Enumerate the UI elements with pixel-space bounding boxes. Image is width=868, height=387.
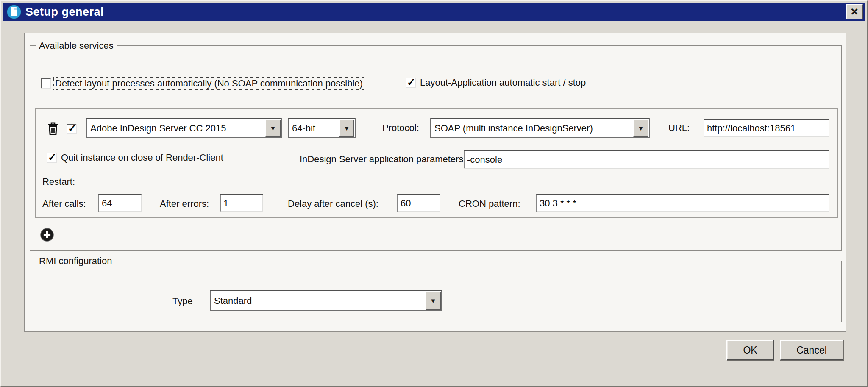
chevron-down-icon[interactable]: ▼ xyxy=(265,120,281,137)
url-label: URL: xyxy=(668,123,690,134)
chevron-down-icon[interactable]: ▼ xyxy=(339,120,354,137)
content-panel: Available services Detect layout process… xyxy=(24,33,846,332)
after-calls-label: After calls: xyxy=(42,198,86,209)
close-button[interactable]: ✕ xyxy=(846,4,863,19)
autostart-checkbox-row: ✓ Layout-Application automatic start / s… xyxy=(406,77,586,88)
rmi-type-label: Type xyxy=(172,296,193,307)
delete-service-trash-icon[interactable] xyxy=(47,121,59,136)
autostart-checkbox[interactable]: ✓ xyxy=(406,78,416,88)
restart-label: Restart: xyxy=(42,176,75,187)
protocol-label: Protocol: xyxy=(382,123,419,134)
detect-layout-checkbox-label[interactable]: Detect layout processes automatically (N… xyxy=(53,77,364,90)
app-parameters-input[interactable] xyxy=(464,150,829,169)
url-input[interactable] xyxy=(704,119,829,137)
rmi-configuration-group-label: RMI configuration xyxy=(36,256,115,267)
after-calls-input[interactable] xyxy=(98,194,142,212)
service-enabled-checkbox-row: ✓ xyxy=(67,124,77,134)
cancel-button[interactable]: Cancel xyxy=(780,340,843,360)
rmi-configuration-group: RMI configuration Type Standard ▼ xyxy=(30,261,842,322)
after-errors-input[interactable] xyxy=(220,194,263,212)
app-icon xyxy=(7,5,21,19)
autostart-checkbox-label[interactable]: Layout-Application automatic start / sto… xyxy=(420,77,586,88)
delay-after-cancel-input[interactable] xyxy=(397,194,440,212)
after-errors-label: After errors: xyxy=(160,198,209,209)
cron-pattern-label: CRON pattern: xyxy=(459,198,520,209)
detect-layout-checkbox-row: Detect layout processes automatically (N… xyxy=(41,77,364,90)
quit-instance-checkbox[interactable]: ✓ xyxy=(47,153,57,163)
bitness-select-value: 64-bit xyxy=(289,123,339,134)
chevron-down-icon[interactable]: ▼ xyxy=(633,120,648,137)
available-services-group-label: Available services xyxy=(36,40,117,51)
add-service-plus-icon[interactable] xyxy=(39,227,55,242)
chevron-down-icon[interactable]: ▼ xyxy=(426,292,441,310)
available-services-group: Available services Detect layout process… xyxy=(30,45,842,251)
cron-pattern-input[interactable] xyxy=(536,194,829,212)
title-bar[interactable]: Setup general ✕ xyxy=(3,3,865,21)
indesign-version-select-value: Adobe InDesign Server CC 2015 xyxy=(87,123,265,134)
service-entry-panel: ✓ Adobe InDesign Server CC 2015 ▼ 64-bit… xyxy=(35,108,838,218)
quit-instance-checkbox-label[interactable]: Quit instance on close of Render-Client xyxy=(61,152,223,163)
protocol-select[interactable]: SOAP (multi instance InDesignServer) ▼ xyxy=(430,118,650,138)
setup-general-dialog: Setup general ✕ Available services Detec… xyxy=(0,0,868,387)
bitness-select[interactable]: 64-bit ▼ xyxy=(288,118,356,138)
detect-layout-checkbox[interactable] xyxy=(41,78,51,89)
rmi-type-select[interactable]: Standard ▼ xyxy=(210,290,442,311)
rmi-type-select-value: Standard xyxy=(211,295,425,306)
protocol-select-value: SOAP (multi instance InDesignServer) xyxy=(431,123,633,134)
service-enabled-checkbox[interactable]: ✓ xyxy=(67,124,77,134)
delay-after-cancel-label: Delay after cancel (s): xyxy=(288,198,378,209)
ok-button[interactable]: OK xyxy=(726,340,774,360)
app-parameters-label: InDesign Server application parameters: xyxy=(300,154,466,165)
quit-instance-checkbox-row: ✓ Quit instance on close of Render-Clien… xyxy=(47,152,223,163)
window-title: Setup general xyxy=(25,6,104,19)
indesign-version-select[interactable]: Adobe InDesign Server CC 2015 ▼ xyxy=(86,118,282,138)
